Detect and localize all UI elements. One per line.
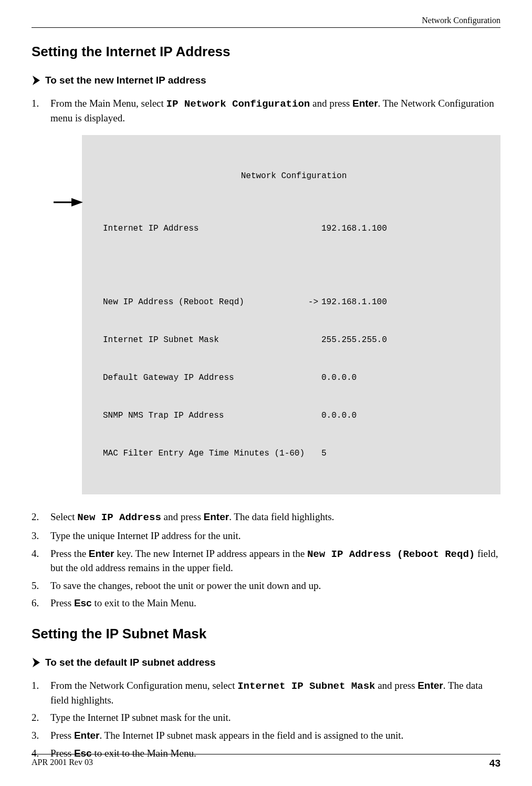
svg-marker-3 xyxy=(33,658,40,667)
page-footer: APR 2001 Rev 03 43 xyxy=(32,754,500,769)
steps-list-2: From the Network Configuration menu, sel… xyxy=(32,679,500,760)
step-2-3: Press Enter. The Internet IP subnet mask… xyxy=(32,729,500,742)
procedure-title-1: To set the new Internet IP address xyxy=(45,75,206,86)
step-1-6: Press Esc to exit to the Main Menu. xyxy=(32,596,500,610)
step-2-1: From the Network Configuration menu, sel… xyxy=(32,679,500,707)
step-1-3: Type the unique Internet IP address for … xyxy=(32,529,500,543)
terminal-row: New IP Address (Reboot Reqd)->192.168.1.… xyxy=(103,296,485,308)
terminal-row: Default Gateway IP Address0.0.0.0 xyxy=(103,371,485,384)
terminal-row: MAC Filter Entry Age Time Minutes (1-60)… xyxy=(103,447,485,460)
step-2-2: Type the Internet IP subnet mask for the… xyxy=(32,711,500,725)
page-number: 43 xyxy=(489,758,500,769)
step-1-1: From the Main Menu, select IP Network Co… xyxy=(32,97,500,494)
procedure-arrow-icon xyxy=(32,657,41,668)
procedure-header-1: To set the new Internet IP address xyxy=(32,75,500,86)
section-heading-2: Setting the IP Subnet Mask xyxy=(32,626,500,642)
terminal-row: Internet IP Subnet Mask255.255.255.0 xyxy=(103,334,485,346)
step-1-2: Select New IP Address and press Enter. T… xyxy=(32,510,500,525)
procedure-arrow-icon xyxy=(32,75,41,86)
procedure-header-2: To set the default IP subnet address xyxy=(32,657,500,668)
section-heading-1: Setting the Internet IP Address xyxy=(32,44,500,60)
terminal-row: SNMP NMS Trap IP Address0.0.0.0 xyxy=(103,409,485,422)
terminal-screen: Network Configuration Internet IP Addres… xyxy=(82,135,500,494)
step-1-4: Press the Enter key. The new Internet IP… xyxy=(32,547,500,575)
procedure-title-2: To set the default IP subnet address xyxy=(45,657,215,668)
terminal-row: Internet IP Address192.168.1.100 xyxy=(103,222,485,235)
svg-marker-0 xyxy=(33,76,40,85)
terminal-block: Network Configuration Internet IP Addres… xyxy=(82,135,500,494)
svg-marker-2 xyxy=(71,198,83,206)
step-1-5: To save the changes, reboot the unit or … xyxy=(32,579,500,593)
chapter-title: Network Configuration xyxy=(32,16,500,27)
footer-revision: APR 2001 Rev 03 xyxy=(32,758,93,769)
pointer-arrow-icon xyxy=(54,197,83,208)
terminal-title: Network Configuration xyxy=(103,170,485,182)
header-rule xyxy=(32,27,500,28)
steps-list-1: From the Main Menu, select IP Network Co… xyxy=(32,97,500,610)
